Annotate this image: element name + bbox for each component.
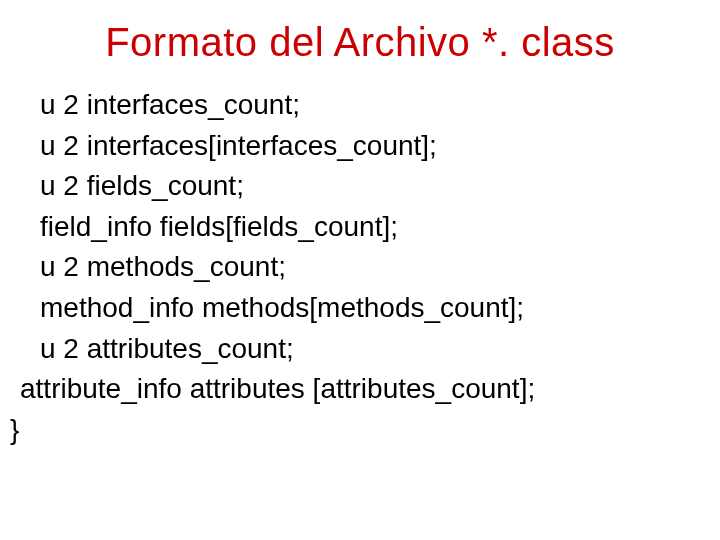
- slide-title: Formato del Archivo *. class: [10, 20, 710, 65]
- code-line: field_info fields[fields_count];: [10, 207, 710, 248]
- code-block: u 2 interfaces_count; u 2 interfaces[int…: [10, 85, 710, 450]
- code-line: method_info methods[methods_count];: [10, 288, 710, 329]
- code-line: u 2 attributes_count;: [10, 329, 710, 370]
- code-line: u 2 interfaces[interfaces_count];: [10, 126, 710, 167]
- code-line: u 2 fields_count;: [10, 166, 710, 207]
- slide-container: Formato del Archivo *. class u 2 interfa…: [0, 0, 720, 470]
- code-line: attribute_info attributes [attributes_co…: [10, 369, 710, 410]
- code-line: }: [10, 410, 710, 451]
- code-line: u 2 interfaces_count;: [10, 85, 710, 126]
- code-line: u 2 methods_count;: [10, 247, 710, 288]
